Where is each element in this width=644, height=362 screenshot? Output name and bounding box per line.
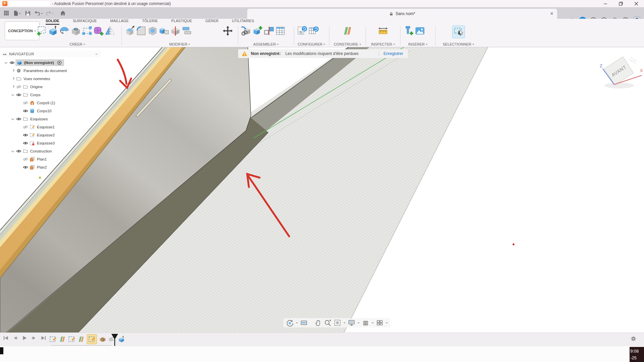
bill-of-materials-button[interactable] bbox=[275, 25, 286, 36]
tab-surfacique[interactable]: SURFACIQUE bbox=[73, 19, 97, 25]
visibility-eye-off-icon[interactable] bbox=[23, 100, 28, 106]
configuration-table-button[interactable] bbox=[308, 25, 319, 36]
mirror-button[interactable] bbox=[105, 25, 115, 36]
go-to-end-button[interactable] bbox=[41, 336, 46, 341]
redo-button[interactable] bbox=[45, 9, 54, 17]
undo-button[interactable] bbox=[34, 9, 43, 17]
viewports-icon[interactable] bbox=[376, 319, 383, 326]
home-button[interactable] bbox=[58, 9, 67, 17]
group-label-selectionner[interactable]: SÉLECTIONNER bbox=[438, 42, 479, 46]
display-settings-icon[interactable] bbox=[348, 319, 355, 326]
zoom-icon[interactable] bbox=[324, 319, 331, 326]
save-link[interactable]: Enregistrer bbox=[383, 51, 403, 56]
visibility-eye-icon[interactable] bbox=[9, 60, 15, 65]
move-copy-button[interactable] bbox=[222, 25, 233, 36]
visibility-eye-off-icon[interactable] bbox=[23, 157, 28, 162]
navigator-item-vues-nommees[interactable]: Vues nommées bbox=[11, 75, 54, 83]
chevron-right-icon[interactable] bbox=[11, 68, 15, 73]
visibility-eye-icon[interactable] bbox=[23, 165, 28, 170]
timeline-plane-feature[interactable] bbox=[59, 336, 66, 343]
chevron-right-icon[interactable] bbox=[11, 76, 15, 81]
configuration-button[interactable] bbox=[297, 25, 308, 36]
chevron-down-icon[interactable] bbox=[11, 93, 15, 97]
group-label-modifier[interactable]: MODIFIER bbox=[124, 42, 235, 46]
workspace-selector[interactable]: CONCEPTION bbox=[5, 21, 40, 40]
go-to-start-button[interactable] bbox=[3, 336, 8, 341]
navigator-item-plan2[interactable]: Plan2 bbox=[22, 163, 51, 171]
insert-derive-button[interactable] bbox=[241, 25, 252, 36]
navigator-item-esquisse3[interactable]: Esquisse3 bbox=[22, 139, 59, 147]
timeline-plane-feature[interactable] bbox=[77, 336, 85, 343]
measure-button[interactable] bbox=[378, 25, 388, 36]
fit-icon[interactable] bbox=[334, 319, 341, 326]
close-button[interactable] bbox=[629, 0, 644, 7]
timeline-sketch-feature[interactable] bbox=[49, 336, 57, 343]
chevron-down-icon[interactable] bbox=[11, 149, 15, 154]
play-button[interactable] bbox=[22, 336, 27, 341]
tab-tolerie[interactable]: TÔLERIE bbox=[142, 19, 158, 25]
hole-button[interactable] bbox=[70, 25, 81, 36]
tab-maillage[interactable]: MAILLAGE bbox=[110, 19, 128, 25]
activate-component-icon[interactable] bbox=[57, 60, 62, 65]
group-label-inserer[interactable]: INSÉRER bbox=[403, 42, 433, 46]
create-sketch-button[interactable] bbox=[36, 25, 47, 36]
revolve-button[interactable] bbox=[59, 25, 70, 36]
pan-icon[interactable] bbox=[314, 319, 322, 326]
group-label-inspecter[interactable]: INSPECTER bbox=[369, 42, 397, 46]
visibility-eye-icon[interactable] bbox=[23, 132, 28, 138]
insert-fastener-button[interactable] bbox=[403, 25, 414, 36]
viewports-caret[interactable] bbox=[386, 322, 388, 324]
timeline-sketch-feature[interactable] bbox=[68, 336, 75, 343]
orbit-icon[interactable] bbox=[286, 319, 293, 326]
visibility-eye-icon[interactable] bbox=[23, 108, 28, 114]
tab-close-button[interactable]: ✕ bbox=[549, 11, 554, 16]
group-label-assembler[interactable]: ASSEMBLER bbox=[241, 42, 291, 46]
navigator-item-esquisse1[interactable]: Esquisse1 bbox=[22, 123, 59, 131]
navigator-item-esquisses[interactable]: Esquisses bbox=[11, 115, 52, 123]
visibility-eye-icon[interactable] bbox=[16, 116, 21, 122]
timeline-settings-gear-icon[interactable] bbox=[630, 336, 637, 342]
chevron-right-icon[interactable] bbox=[11, 84, 15, 89]
document-tab[interactable]: Sans nom* ✕ bbox=[247, 9, 557, 19]
grid-snap-icon[interactable] bbox=[362, 319, 369, 326]
navigator-item-root[interactable]: (Non enregistré) bbox=[4, 59, 68, 67]
step-back-button[interactable] bbox=[13, 336, 18, 341]
file-menu-button[interactable] bbox=[13, 9, 21, 17]
visibility-eye-icon[interactable] bbox=[16, 148, 21, 154]
visibility-eye-off-icon[interactable] bbox=[23, 124, 28, 130]
display-caret[interactable] bbox=[358, 322, 360, 324]
create-form-button[interactable] bbox=[93, 25, 104, 36]
rectangular-pattern-button[interactable] bbox=[82, 25, 93, 36]
select-tool-button[interactable] bbox=[452, 25, 465, 38]
look-at-icon[interactable] bbox=[300, 319, 308, 326]
joint-button[interactable] bbox=[264, 25, 274, 36]
new-component-button[interactable] bbox=[252, 25, 263, 36]
tab-solide[interactable]: SOLIDE bbox=[46, 19, 59, 25]
minimize-button[interactable] bbox=[598, 0, 613, 7]
navigator-item-corps9[interactable]: Corps9 (1) bbox=[22, 99, 59, 107]
grid-caret[interactable] bbox=[372, 322, 374, 324]
split-body-button[interactable] bbox=[170, 25, 181, 36]
app-grid-button[interactable] bbox=[2, 9, 11, 17]
navigator-item-esquisse2[interactable]: Esquisse2 bbox=[22, 131, 59, 139]
construction-plane-button[interactable] bbox=[342, 25, 353, 36]
tab-gerer[interactable]: GÉRER bbox=[205, 19, 218, 25]
save-button[interactable] bbox=[23, 9, 32, 17]
collapse-panel-icon[interactable]: ◂◂ bbox=[3, 52, 6, 56]
group-label-configurer[interactable]: CONFIGURER bbox=[297, 42, 326, 46]
timeline-extrude-feature[interactable] bbox=[118, 336, 125, 343]
tab-plastique[interactable]: PLASTIQUE bbox=[171, 19, 192, 25]
3d-viewport[interactable]: Non enregistré: Les modifications risque… bbox=[0, 47, 644, 333]
restore-button[interactable] bbox=[613, 0, 629, 7]
timeline-track[interactable] bbox=[51, 344, 111, 346]
combine-button[interactable] bbox=[159, 25, 169, 36]
tab-utilitaires[interactable]: UTILITAIRES bbox=[232, 19, 254, 25]
visibility-eye-icon[interactable] bbox=[23, 140, 28, 146]
fillet-button[interactable] bbox=[136, 25, 147, 36]
visibility-eye-icon[interactable] bbox=[16, 92, 21, 98]
navigator-item-plan1[interactable]: Plan1 bbox=[22, 155, 51, 163]
fit-caret[interactable] bbox=[343, 322, 345, 324]
minimize-panel-icon[interactable]: − bbox=[95, 52, 98, 57]
chevron-down-icon[interactable] bbox=[4, 60, 9, 65]
timeline-sketch-feature-selected[interactable] bbox=[87, 334, 97, 344]
